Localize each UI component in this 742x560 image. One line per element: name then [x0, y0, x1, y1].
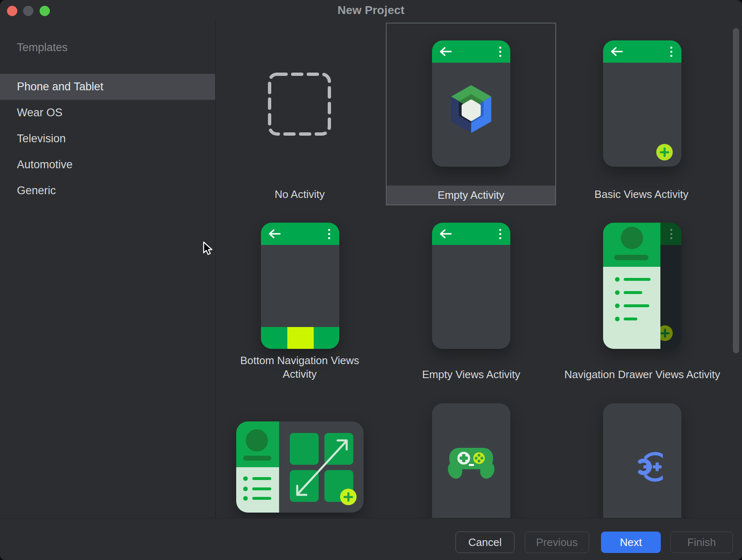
sidebar-item-generic[interactable]: Generic — [0, 178, 215, 204]
back-arrow-icon — [609, 46, 624, 57]
card-label: No Activity — [238, 188, 362, 201]
sidebar-item-label: Generic — [17, 184, 56, 197]
window-title: New Project — [0, 4, 742, 17]
sidebar-item-label: Automotive — [17, 158, 73, 171]
card-label: Navigation Drawer Views Activity — [556, 368, 729, 381]
titlebar: New Project — [0, 0, 742, 20]
gamepad-icon — [444, 445, 499, 482]
card-label: Basic Views Activity — [580, 188, 703, 201]
kebab-menu-icon — [670, 229, 672, 239]
back-arrow-icon — [267, 228, 282, 239]
card-label: Bottom Navigation Views Activity — [232, 354, 368, 381]
selected-card-label: Empty Activity — [387, 186, 555, 205]
kebab-menu-icon — [499, 229, 501, 239]
finish-button[interactable]: Finish — [670, 532, 733, 553]
cpp-logo-icon — [622, 449, 663, 484]
appbar — [432, 223, 510, 245]
name-placeholder — [614, 255, 648, 260]
template-grid: No Activity — [215, 20, 742, 518]
fab-plus-icon — [340, 489, 357, 505]
sidebar-item-television[interactable]: Television — [0, 126, 215, 152]
sidebar-item-automotive[interactable]: Automotive — [0, 152, 215, 178]
card-empty-activity[interactable]: Empty Activity — [386, 23, 556, 205]
cancel-button[interactable]: Cancel — [456, 532, 514, 553]
phone-mockup — [432, 40, 510, 167]
sidebar-item-label: Television — [17, 132, 66, 145]
back-arrow-icon — [438, 228, 453, 239]
phone-mockup — [603, 223, 681, 349]
button-label: Next — [620, 536, 642, 549]
navigation-drawer — [603, 223, 660, 349]
card-game-activity[interactable] — [432, 403, 510, 518]
sidebar-item-label: Wear OS — [17, 106, 63, 119]
phone-mockup — [603, 40, 681, 167]
sidebar-item-wear-os[interactable]: Wear OS — [0, 100, 215, 126]
kebab-menu-icon — [670, 47, 672, 57]
previous-button[interactable]: Previous — [525, 532, 589, 553]
sidebar-item-label: Phone and Tablet — [17, 80, 103, 93]
templates-sidebar: Templates Phone and Tablet Wear OS Telev… — [0, 20, 216, 518]
button-label: Finish — [687, 536, 716, 549]
bottom-nav-bar — [261, 327, 339, 349]
avatar — [621, 227, 643, 249]
new-project-dialog: New Project Templates Phone and Tablet W… — [0, 0, 742, 560]
card-native-cpp[interactable] — [603, 403, 681, 518]
kebab-menu-icon — [499, 47, 501, 57]
compose-logo-icon — [447, 84, 495, 134]
back-arrow-icon — [438, 46, 453, 57]
phone-mockup — [432, 223, 510, 349]
appbar — [603, 40, 681, 63]
next-button[interactable]: Next — [601, 532, 661, 553]
button-label: Cancel — [468, 536, 502, 549]
appbar — [261, 223, 339, 245]
card-label: Empty Views Activity — [409, 368, 533, 381]
footer: Cancel Previous Next Finish — [0, 518, 742, 560]
kebab-menu-icon — [328, 229, 330, 239]
dashed-square-icon — [268, 72, 331, 136]
card-responsive-views-activity[interactable] — [236, 421, 364, 513]
sidebar-header: Templates — [17, 41, 68, 54]
button-label: Previous — [536, 536, 578, 549]
scrollbar-thumb[interactable] — [733, 28, 739, 353]
sidebar-item-phone-and-tablet[interactable]: Phone and Tablet — [0, 74, 215, 100]
fab-plus-icon — [656, 144, 673, 160]
phone-mockup — [261, 223, 339, 349]
appbar — [432, 40, 510, 63]
